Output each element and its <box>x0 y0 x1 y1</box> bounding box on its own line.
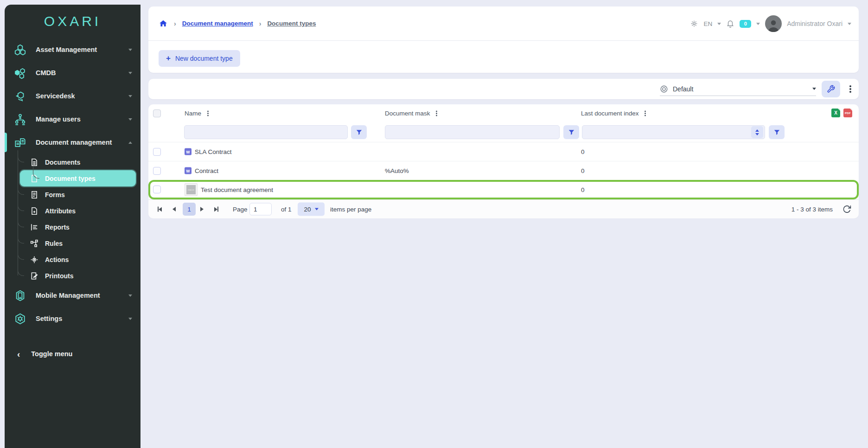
chevron-down-icon[interactable] <box>756 23 760 25</box>
sidebar-item-label: Servicedesk <box>36 92 75 100</box>
notification-count-badge[interactable]: 0 <box>740 20 751 28</box>
step-up-icon[interactable] <box>755 129 759 132</box>
new-document-type-label: New document type <box>175 55 233 62</box>
sidebar-item-cmdb[interactable]: CMDB <box>5 61 140 84</box>
last-page-button[interactable] <box>214 207 218 212</box>
sidebar-item-servicedesk[interactable]: Servicedesk <box>5 84 140 108</box>
asset-management-icon <box>14 44 26 56</box>
view-selector-dropdown[interactable]: Default <box>660 82 816 96</box>
image-placeholder-icon: IMAGE <box>185 183 198 196</box>
step-down-icon[interactable] <box>755 133 759 135</box>
mobile-management-icon <box>14 289 26 302</box>
sidebar-item-asset-management[interactable]: Asset Management <box>5 38 140 61</box>
bell-icon[interactable] <box>726 19 734 28</box>
sidebar-item-forms[interactable]: Forms <box>5 186 140 203</box>
column-header-name[interactable]: Name <box>185 110 210 117</box>
numeric-stepper[interactable] <box>751 126 763 138</box>
toggle-menu-button[interactable]: ‹ Toggle menu <box>5 342 140 365</box>
last-document-index-filter-button[interactable] <box>769 125 785 139</box>
reports-icon <box>30 223 38 231</box>
chevron-down-icon <box>128 318 132 320</box>
page-number-input[interactable] <box>249 203 272 216</box>
sidebar-item-label: Actions <box>45 256 69 263</box>
sidebar: OXARI Asset Management CMDB <box>5 5 140 448</box>
chevron-down-icon <box>812 88 816 90</box>
sidebar-item-printouts[interactable]: Printouts <box>5 268 140 284</box>
name-cell: IMAGE Test document agreement <box>185 183 273 196</box>
select-all-checkbox[interactable] <box>153 109 161 117</box>
sidebar-item-label: Attributes <box>45 207 76 215</box>
sidebar-item-settings[interactable]: Settings <box>5 307 140 330</box>
wrench-icon <box>827 85 835 93</box>
chevron-down-icon <box>315 208 319 211</box>
servicedesk-icon <box>14 90 26 102</box>
sidebar-item-label: Forms <box>45 191 65 198</box>
breadcrumb-current-document-types[interactable]: Document types <box>267 20 316 27</box>
pdf-export-icon[interactable]: PDF <box>843 109 852 117</box>
document-mask-filter-input[interactable] <box>385 125 560 139</box>
chevron-down-icon[interactable] <box>848 23 851 25</box>
column-header-document-mask[interactable]: Document mask <box>385 110 439 117</box>
last-document-index-filter-input[interactable] <box>582 125 765 139</box>
row-checkbox[interactable] <box>153 148 161 156</box>
language-selector[interactable]: EN <box>703 20 712 27</box>
column-menu-kebab-icon[interactable] <box>434 110 439 117</box>
sidebar-item-manage-users[interactable]: Manage users <box>5 108 140 131</box>
chevron-left-icon: ‹ <box>17 350 20 358</box>
document-type-name: SLA Contract <box>195 148 232 155</box>
document-type-name: Test document agreement <box>201 186 273 193</box>
oxari-logo: OXARI <box>5 5 140 38</box>
page-number-button[interactable]: 1 <box>183 203 196 216</box>
name-filter-button[interactable] <box>351 125 367 139</box>
table-row[interactable]: w Contract %Auto% 0 <box>148 161 859 180</box>
home-icon[interactable] <box>159 19 168 28</box>
new-document-type-button[interactable]: + New document type <box>159 50 240 67</box>
sidebar-item-mobile-management[interactable]: Mobile Management <box>5 284 140 307</box>
avatar[interactable] <box>765 15 782 32</box>
column-header-label: Last document index <box>581 110 639 117</box>
column-header-last-document-index[interactable]: Last document index <box>581 110 648 117</box>
rules-icon <box>30 239 38 248</box>
filter-icon <box>356 129 362 135</box>
first-page-button[interactable] <box>158 207 162 212</box>
sidebar-item-reports[interactable]: Reports <box>5 219 140 235</box>
printouts-icon <box>30 272 38 280</box>
items-range-label: 1 - 3 of 3 items <box>791 206 833 213</box>
document-management-icon <box>14 136 26 149</box>
refresh-icon[interactable] <box>842 205 851 214</box>
document-mask-filter-button[interactable] <box>563 125 579 139</box>
pagination-bar: 1 Page of 1 20 items per page 1 - 3 of 3… <box>148 199 859 218</box>
table-filter-row <box>148 122 859 142</box>
breadcrumb-separator-icon: › <box>174 20 176 27</box>
sidebar-item-document-management[interactable]: Document management <box>5 131 140 154</box>
document-types-table: Name Document mask Last document index X… <box>148 104 859 218</box>
name-filter-input[interactable] <box>184 125 348 139</box>
row-checkbox[interactable] <box>153 186 161 193</box>
sidebar-item-documents[interactable]: Documents <box>5 154 140 170</box>
user-menu[interactable]: Administrator Oxari <box>787 20 842 27</box>
sidebar-item-label: CMDB <box>36 69 56 77</box>
toolbar-kebab-menu[interactable] <box>847 82 854 96</box>
table-row-highlighted[interactable]: IMAGE Test document agreement 0 <box>148 180 859 199</box>
sidebar-item-actions[interactable]: Actions <box>5 251 140 268</box>
row-checkbox[interactable] <box>153 167 161 175</box>
previous-page-button[interactable] <box>172 207 176 211</box>
gear-icon[interactable] <box>690 19 698 28</box>
name-cell: w Contract <box>185 167 218 174</box>
column-menu-kebab-icon[interactable] <box>205 110 210 117</box>
sidebar-item-label: Document management <box>36 139 112 146</box>
excel-export-icon[interactable]: X <box>831 109 840 117</box>
next-page-button[interactable] <box>200 207 204 211</box>
sidebar-item-rules[interactable]: Rules <box>5 235 140 251</box>
sidebar-item-label: Settings <box>36 315 62 322</box>
breadcrumb-link-document-management[interactable]: Document management <box>182 20 253 27</box>
column-menu-kebab-icon[interactable] <box>643 110 648 117</box>
chevron-down-icon[interactable] <box>717 23 721 25</box>
last-document-index-cell: 0 <box>581 167 585 174</box>
table-row[interactable]: w SLA Contract 0 <box>148 142 859 161</box>
page-size-select[interactable]: 20 <box>298 203 325 216</box>
grid-settings-button[interactable] <box>822 81 840 97</box>
sidebar-item-document-types[interactable]: Document types <box>20 170 136 186</box>
sidebar-item-label: Document types <box>45 175 96 182</box>
sidebar-item-attributes[interactable]: Attributes <box>5 203 140 219</box>
